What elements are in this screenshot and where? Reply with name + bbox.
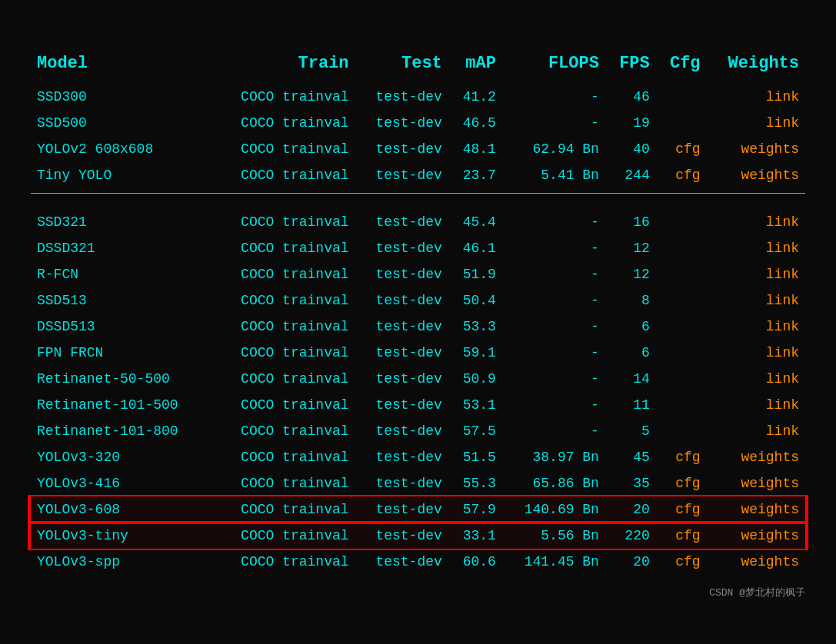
table-cell[interactable]: cfg	[656, 136, 707, 162]
table-cell[interactable]: weights	[707, 162, 805, 188]
table-cell: COCO trainval	[212, 392, 355, 418]
table-spacer	[31, 198, 805, 209]
table-cell: 40	[605, 136, 656, 162]
table-cell: 19	[605, 110, 656, 136]
table-cell: 53.1	[448, 392, 502, 418]
table-cell[interactable]: link	[707, 418, 805, 444]
table-cell: test-dev	[355, 444, 448, 470]
table-cell: 60.6	[448, 549, 502, 575]
table-cell: COCO trainval	[212, 340, 355, 366]
table-cell: 57.9	[448, 496, 502, 523]
table-cell[interactable]: weights	[707, 549, 805, 575]
table-cell[interactable]: cfg	[656, 523, 707, 549]
table-row: SSD300COCO trainvaltest-dev41.2-46link	[31, 84, 805, 110]
table-divider	[31, 188, 805, 198]
table-cell[interactable]: cfg	[656, 444, 707, 470]
table-cell: 141.45 Bn	[502, 549, 605, 575]
table-cell[interactable]: link	[707, 261, 805, 287]
table-row: YOLOv2 608x608COCO trainvaltest-dev48.16…	[31, 136, 805, 162]
table-cell[interactable]: weights	[707, 470, 805, 496]
table-cell: -	[502, 261, 605, 287]
table-cell[interactable]: weights	[707, 136, 805, 162]
table-row: YOLOv3-608COCO trainvaltest-dev57.9140.6…	[31, 496, 805, 523]
table-row: DSSD513COCO trainvaltest-dev53.3-6link	[31, 314, 805, 340]
table-cell: test-dev	[355, 287, 448, 314]
table-cell: COCO trainval	[212, 110, 355, 136]
table-cell[interactable]: link	[707, 314, 805, 340]
table-cell[interactable]: cfg	[656, 496, 707, 523]
table-cell: test-dev	[355, 340, 448, 366]
main-container: Model Train Test mAP FLOPS FPS Cfg Weigh…	[15, 38, 821, 606]
table-cell	[656, 261, 707, 287]
table-cell: DSSD513	[31, 314, 212, 340]
table-cell: 16	[605, 209, 656, 235]
table-cell: 6	[605, 314, 656, 340]
table-cell: 220	[605, 523, 656, 549]
table-cell: COCO trainval	[212, 261, 355, 287]
table-cell: YOLOv3-608	[31, 496, 212, 523]
table-cell: 65.86 Bn	[502, 470, 605, 496]
watermark: CSDN @梦北村的枫子	[709, 586, 805, 599]
table-cell[interactable]: link	[707, 209, 805, 235]
table-row: Retinanet-50-500COCO trainvaltest-dev50.…	[31, 366, 805, 392]
table-cell[interactable]: cfg	[656, 162, 707, 188]
table-cell: 45	[605, 444, 656, 470]
table-cell: COCO trainval	[212, 84, 355, 110]
header-flops: FLOPS	[502, 46, 605, 84]
table-cell[interactable]: link	[707, 340, 805, 366]
table-cell: R-FCN	[31, 261, 212, 287]
table-cell: 46.5	[448, 110, 502, 136]
table-cell	[656, 366, 707, 392]
table-cell[interactable]: link	[707, 287, 805, 314]
table-cell: COCO trainval	[212, 496, 355, 523]
table-cell: 8	[605, 287, 656, 314]
table-cell[interactable]: cfg	[656, 470, 707, 496]
table-cell: 12	[605, 261, 656, 287]
table-cell: YOLOv3-320	[31, 444, 212, 470]
table-cell[interactable]: link	[707, 84, 805, 110]
table-cell: COCO trainval	[212, 549, 355, 575]
table-cell: 20	[605, 496, 656, 523]
table-row: DSSD321COCO trainvaltest-dev46.1-12link	[31, 235, 805, 261]
table-cell: COCO trainval	[212, 287, 355, 314]
table-cell: 51.9	[448, 261, 502, 287]
table-row: Retinanet-101-800COCO trainvaltest-dev57…	[31, 418, 805, 444]
table-header-row: Model Train Test mAP FLOPS FPS Cfg Weigh…	[31, 46, 805, 84]
table-cell: 50.4	[448, 287, 502, 314]
table-cell[interactable]: weights	[707, 523, 805, 549]
table-cell	[656, 340, 707, 366]
table-cell[interactable]: weights	[707, 496, 805, 523]
table-cell: test-dev	[355, 392, 448, 418]
table-cell: 38.97 Bn	[502, 444, 605, 470]
table-cell: 45.4	[448, 209, 502, 235]
table-cell: 55.3	[448, 470, 502, 496]
table-cell[interactable]: link	[707, 392, 805, 418]
table-cell[interactable]: link	[707, 235, 805, 261]
table-row: Tiny YOLOCOCO trainvaltest-dev23.75.41 B…	[31, 162, 805, 188]
table-cell[interactable]: cfg	[656, 549, 707, 575]
table-cell: test-dev	[355, 235, 448, 261]
table-cell: SSD321	[31, 209, 212, 235]
table-cell: YOLOv2 608x608	[31, 136, 212, 162]
table-cell: SSD300	[31, 84, 212, 110]
table-cell[interactable]: link	[707, 110, 805, 136]
table-cell: COCO trainval	[212, 136, 355, 162]
table-cell: test-dev	[355, 549, 448, 575]
header-weights: Weights	[707, 46, 805, 84]
table-cell: 50.9	[448, 366, 502, 392]
table-row: SSD513COCO trainvaltest-dev50.4-8link	[31, 287, 805, 314]
table-row: YOLOv3-320COCO trainvaltest-dev51.538.97…	[31, 444, 805, 470]
table-cell: -	[502, 418, 605, 444]
table-cell: 23.7	[448, 162, 502, 188]
table-cell: COCO trainval	[212, 366, 355, 392]
table-cell: test-dev	[355, 418, 448, 444]
table-cell: test-dev	[355, 209, 448, 235]
table-cell: DSSD321	[31, 235, 212, 261]
table-cell: 12	[605, 235, 656, 261]
table-cell[interactable]: link	[707, 366, 805, 392]
table-cell: 62.94 Bn	[502, 136, 605, 162]
table-cell[interactable]: weights	[707, 444, 805, 470]
table-cell: Retinanet-50-500	[31, 366, 212, 392]
table-cell: -	[502, 235, 605, 261]
header-map: mAP	[448, 46, 502, 84]
